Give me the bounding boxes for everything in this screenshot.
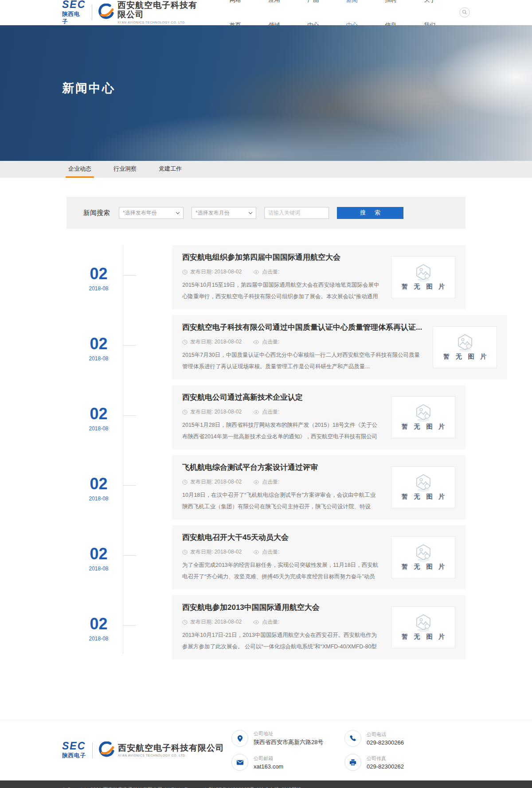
company-name-cn: 西安航空电子科技有限公司 [118, 744, 224, 753]
timeline-tick [123, 625, 136, 626]
logo-abbr-sub: 陕西电子 [62, 752, 86, 760]
no-image-label: 暂 无 图 片 [399, 563, 447, 571]
clock-icon [182, 269, 188, 275]
timeline-tick [123, 275, 136, 276]
news-card[interactable]: 西安航电参加2013中国国际通用航空大会 发布日期: 2018-08-02 点击… [172, 595, 466, 659]
news-date: 02 2018-08 [66, 595, 123, 659]
eye-icon [253, 340, 259, 344]
news-tabbar: 企业动态 行业洞察 党建工作 [0, 161, 532, 178]
no-image-icon [413, 404, 434, 421]
logo-abbr: SEC [62, 741, 86, 751]
location-pin-icon [231, 730, 248, 747]
contact-value: xat163.com [254, 763, 283, 770]
news-search-panel: 新闻搜索 *选择发布年份 *选择发布月份 搜 索 [66, 197, 466, 229]
news-date-month: 2018-08 [74, 495, 123, 502]
fax-icon [344, 754, 361, 771]
search-button[interactable]: 搜 索 [337, 207, 403, 219]
contact-value: 029-82300262 [367, 763, 404, 770]
no-image-label: 暂 无 图 片 [399, 283, 447, 291]
logo-abbr-sub: 陕西电子 [62, 11, 86, 26]
news-row: 02 2018-08 西安航电组织参加第四届中国国际通用航空大会 发布日期: 2… [66, 245, 466, 309]
swoosh-icon [98, 741, 114, 760]
envelope-icon [231, 754, 248, 771]
news-title[interactable]: 西安航电组织参加第四届中国国际通用航空大会 [182, 252, 380, 262]
contact-fax: 公司传真 029-82300262 [344, 754, 458, 771]
no-image-icon [455, 334, 475, 351]
news-title[interactable]: 西安航空电子科技有限公司通过中国质量认证中心质量管理体系再认证... [182, 322, 422, 332]
tab-party-building[interactable]: 党建工作 [156, 161, 184, 178]
news-publish-date: 发布日期: 2018-08-02 [190, 268, 242, 276]
keyword-input[interactable] [264, 207, 329, 219]
footer: SEC 陕西电子 西安航空电子科技有限公司 XI'AN AVIONICS TEC… [0, 720, 532, 780]
hero-banner: 新闻中心 [0, 25, 532, 161]
news-date: 02 2018-08 [66, 245, 123, 309]
no-image-label: 暂 无 图 片 [399, 633, 447, 641]
news-publish-date: 发布日期: 2018-08-02 [190, 478, 242, 486]
contact-label: 公司电话 [367, 731, 404, 738]
news-list: 02 2018-08 西安航电组织参加第四届中国国际通用航空大会 发布日期: 2… [66, 245, 466, 659]
news-views: 点击量: [262, 268, 279, 276]
contact-label: 公司地址 [254, 730, 323, 737]
news-publish-date: 发布日期: 2018-08-02 [190, 338, 242, 346]
company-name-cn: 西安航空电子科技有限公司 [117, 1, 200, 20]
news-views: 点击量: [262, 338, 279, 346]
footer-contact-grid: 公司地址 陕西省西安市高新六路28号 公司电话 029-82300266 公司邮… [231, 730, 458, 771]
news-excerpt: 2015年7月30日，中国质量认证中心西北分中心审核组一行二人对西安航空电子科技… [182, 349, 422, 372]
news-card[interactable]: 西安航电召开大干45天动员大会 发布日期: 2018-08-02 点击量: 为了… [172, 525, 466, 589]
timeline-tick [123, 485, 136, 486]
eye-icon [253, 410, 259, 414]
news-publish-date: 发布日期: 2018-08-02 [190, 618, 242, 626]
news-date: 02 2018-08 [66, 315, 123, 379]
tab-industry-insight[interactable]: 行业洞察 [111, 161, 139, 178]
company-logo[interactable]: SEC 陕西电子 西安航空电子科技有限公司 XI'AN AVIONICS TEC… [62, 0, 200, 26]
news-date: 02 2018-08 [66, 525, 123, 589]
page-title: 新闻中心 [62, 80, 115, 96]
news-meta: 发布日期: 2018-08-02 点击量: [182, 408, 380, 416]
contact-label: 公司传真 [367, 755, 404, 762]
copyright-text: © Copyright 2021 西安航空电子科技有限公司 All Right … [62, 786, 301, 788]
news-publish-date: 发布日期: 2018-08-02 [190, 408, 242, 416]
news-card[interactable]: 西安航电公司通过高新技术企业认定 发布日期: 2018-08-02 点击量: 2… [172, 385, 466, 449]
news-excerpt: 2015年10月15至19日，第四届中国国际通用航空大会在西安绿地笔克国际会展中… [182, 279, 380, 302]
news-card[interactable]: 西安航空电子科技有限公司通过中国质量认证中心质量管理体系再认证... 发布日期:… [172, 315, 507, 379]
news-title[interactable]: 飞机航电综合测试平台方案设计通过评审 [182, 462, 380, 472]
clock-icon [182, 410, 188, 415]
no-image-placeholder: 暂 无 图 片 [391, 396, 455, 438]
news-date-day: 02 [74, 546, 123, 562]
logo-divider [92, 742, 93, 758]
contact-phone: 公司电话 029-82300266 [344, 730, 458, 747]
eye-icon [253, 550, 259, 554]
clock-icon [182, 480, 188, 485]
copyright-bar: © Copyright 2021 西安航空电子科技有限公司 All Right … [0, 780, 532, 788]
footer-logo: SEC 陕西电子 西安航空电子科技有限公司 XI'AN AVIONICS TEC… [62, 741, 224, 760]
news-date-day: 02 [74, 406, 123, 422]
contact-value: 陕西省西安市高新六路28号 [254, 738, 323, 746]
search-icon[interactable] [459, 7, 470, 18]
tab-company-news[interactable]: 企业动态 [66, 161, 94, 178]
news-card[interactable]: 西安航电组织参加第四届中国国际通用航空大会 发布日期: 2018-08-02 点… [172, 245, 466, 309]
no-image-label: 暂 无 图 片 [441, 353, 489, 361]
news-row: 02 2018-08 西安航空电子科技有限公司通过中国质量认证中心质量管理体系再… [66, 315, 466, 379]
news-excerpt: 2015年1月28日，陕西省科技厅网站发布的陕科产发（2015）18号文件《关于… [182, 419, 380, 442]
year-select[interactable]: *选择发布年份 [119, 207, 184, 219]
eye-icon [253, 480, 259, 484]
news-card[interactable]: 飞机航电综合测试平台方案设计通过评审 发布日期: 2018-08-02 点击量:… [172, 455, 466, 519]
news-date: 02 2018-08 [66, 455, 123, 519]
news-title[interactable]: 西安航电召开大干45天动员大会 [182, 532, 380, 542]
news-date-month: 2018-08 [74, 636, 123, 642]
month-select[interactable]: *选择发布月份 [192, 207, 256, 219]
news-views: 点击量: [262, 548, 279, 556]
phone-icon [344, 730, 361, 747]
news-date-day: 02 [74, 266, 123, 282]
no-image-placeholder: 暂 无 图 片 [391, 536, 455, 578]
timeline-tick [123, 415, 136, 416]
clock-icon [182, 339, 188, 345]
clock-icon [182, 550, 188, 555]
news-views: 点击量: [262, 618, 279, 626]
timeline-tick [123, 555, 136, 556]
news-title[interactable]: 西安航电公司通过高新技术企业认定 [182, 392, 380, 402]
news-title[interactable]: 西安航电参加2013中国国际通用航空大会 [182, 602, 380, 612]
eye-icon [253, 620, 259, 624]
contact-address: 公司地址 陕西省西安市高新六路28号 [231, 730, 344, 747]
news-publish-date: 发布日期: 2018-08-02 [190, 548, 242, 556]
